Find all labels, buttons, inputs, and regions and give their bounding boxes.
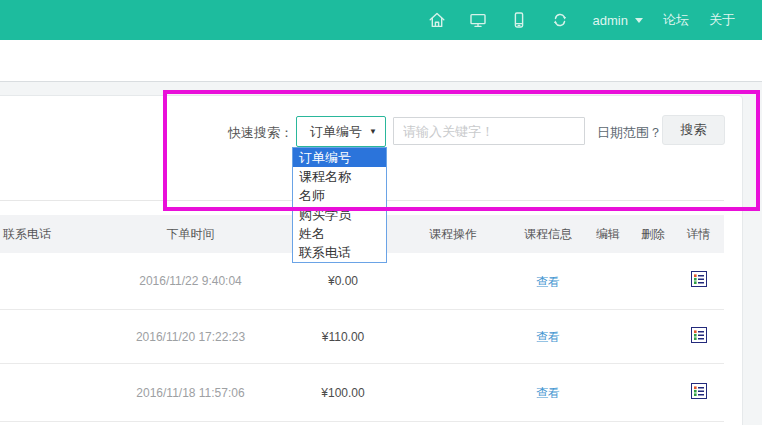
cell-amount: ¥100.00 — [293, 386, 393, 400]
user-menu[interactable]: admin — [593, 13, 643, 28]
search-field-select-value: 订单编号 — [310, 123, 362, 141]
cell-amount: ¥0.00 — [293, 274, 393, 288]
keyword-input[interactable] — [393, 117, 585, 145]
select-caret-icon: ▼ — [369, 127, 377, 136]
detail-list-icon[interactable] — [691, 383, 707, 399]
top-navbar: admin 论坛 关于 — [0, 0, 762, 40]
refresh-icon[interactable] — [550, 10, 570, 30]
view-course-info-link[interactable]: 查看 — [536, 330, 560, 344]
col-header-phone: 联系电话 — [0, 226, 88, 243]
col-header-edit: 编辑 — [583, 226, 633, 243]
search-button[interactable]: 搜索 — [662, 115, 725, 145]
dropdown-option-order-number[interactable]: 订单编号 — [293, 148, 386, 167]
user-menu-label: admin — [593, 13, 628, 28]
col-header-course-operation: 课程操作 — [393, 226, 513, 243]
date-range-label: 日期范围？ — [597, 124, 662, 142]
admin-order-page: admin 论坛 关于 快速搜索： 订单编号 ▼ 日期范围？ 搜索 联系电话 下… — [0, 0, 762, 425]
table-row: 2016/11/20 17:22:23 ¥110.00 查看 — [0, 310, 724, 364]
dropdown-option-teacher[interactable]: 名师 — [293, 186, 386, 205]
dropdown-option-buyer[interactable]: 购买学员 — [293, 205, 386, 224]
quick-search-label: 快速搜索： — [163, 124, 293, 142]
detail-list-icon[interactable] — [691, 271, 707, 287]
col-header-course-info: 课程信息 — [513, 226, 583, 243]
cell-order-time: 2016/11/20 17:22:23 — [88, 330, 293, 344]
monitor-icon[interactable] — [468, 10, 488, 30]
dropdown-option-name[interactable]: 姓名 — [293, 224, 386, 243]
table-row: 2016/11/18 11:57:06 ¥100.00 查看 — [0, 364, 724, 422]
cell-order-time: 2016/11/22 9:40:04 — [88, 274, 293, 288]
col-header-delete: 删除 — [633, 226, 673, 243]
view-course-info-link[interactable]: 查看 — [536, 386, 560, 400]
col-header-order-time: 下单时间 — [88, 226, 293, 243]
detail-list-icon[interactable] — [691, 327, 707, 343]
search-field-dropdown: 订单编号 课程名称 名师 购买学员 姓名 联系电话 — [292, 147, 387, 263]
col-header-detail: 详情 — [673, 226, 724, 243]
nav-link-forum[interactable]: 论坛 — [663, 11, 689, 29]
search-field-select[interactable]: 订单编号 ▼ — [296, 116, 386, 147]
nav-link-about[interactable]: 关于 — [709, 11, 735, 29]
chevron-down-icon — [635, 18, 643, 23]
dropdown-option-course-name[interactable]: 课程名称 — [293, 167, 386, 186]
table-body: 2016/11/22 9:40:04 ¥0.00 查看 2016/11 — [0, 253, 724, 422]
cell-amount: ¥110.00 — [293, 330, 393, 344]
cell-order-time: 2016/11/18 11:57:06 — [88, 386, 293, 400]
view-course-info-link[interactable]: 查看 — [536, 275, 560, 289]
mobile-icon[interactable] — [509, 10, 529, 30]
home-icon[interactable] — [427, 10, 447, 30]
dropdown-option-phone[interactable]: 联系电话 — [293, 243, 386, 262]
